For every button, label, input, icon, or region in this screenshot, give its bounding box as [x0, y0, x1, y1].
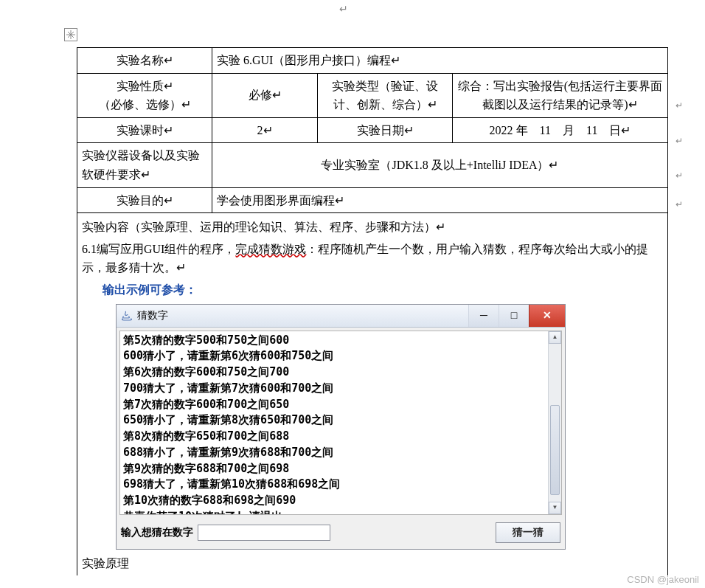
bottom-bar: 输入想猜在数字 猜一猜	[117, 518, 565, 549]
minimize-button[interactable]: ─	[468, 305, 499, 327]
anchor-icon[interactable]	[64, 28, 77, 41]
output-line: 第7次猜的数字600和700之间650	[123, 397, 558, 413]
text-underlined: 完成猜数游戏	[235, 243, 306, 255]
margin-mark: ↵	[676, 199, 683, 210]
output-line: 650猜小了，请重新第8次猜650和700之间	[123, 412, 558, 429]
window-title: 猜数字	[137, 307, 168, 323]
scroll-thumb[interactable]	[550, 405, 560, 495]
table-row: 实验性质↵ （必修、选修）↵ 必修↵ 实验类型（验证、设计、创新、综合）↵ 综合…	[77, 73, 668, 117]
output-line: 第10次猜的数字688和698之间690	[123, 493, 558, 509]
content-heading: 实验内容（实验原理、运用的理论知识、算法、程序、步骤和方法）↵	[82, 216, 663, 238]
value-required: 必修↵	[212, 73, 318, 117]
watermark: CSDN @jakeonil	[627, 574, 699, 585]
label-hours: 实验课时↵	[77, 117, 212, 143]
label-date: 实验日期↵	[318, 117, 453, 143]
output-line: 第9次猜的数字688和700之间698	[123, 461, 558, 477]
titlebar[interactable]: 猜数字 ─ □ ✕	[117, 305, 565, 328]
output-line: 第5次猜的数字500和750之间600	[123, 333, 558, 349]
output-line: 第8次猜的数字650和700之间688	[123, 429, 558, 445]
value-purpose: 学会使用图形界面编程↵	[212, 187, 668, 213]
table-row: 实验目的↵ 学会使用图形界面编程↵	[77, 187, 668, 213]
value-equipment: 专业实验室（JDK1.8 及以上+IntelliJ IDEA）↵	[212, 143, 668, 187]
close-button[interactable]: ✕	[529, 305, 565, 327]
paragraph-mark: ↵	[339, 3, 348, 15]
scroll-down-button[interactable]: ▼	[549, 502, 561, 514]
table-row: 实验名称↵ 实验 6.GUI（图形用户接口）编程↵	[77, 48, 668, 74]
output-line: 698猜大了，请重新第10次猜688和698之间	[123, 477, 558, 493]
output-textarea[interactable]: 第5次猜的数字500和750之间600 600猜小了，请重新第6次猜600和75…	[119, 331, 562, 515]
margin-mark: ↵	[676, 136, 683, 147]
java-icon	[121, 310, 133, 322]
output-lines: 第5次猜的数字500和750之间600 600猜小了，请重新第6次猜600和75…	[120, 331, 561, 515]
text: 6.1编写应用GUI组件的程序，	[82, 243, 235, 255]
value-date: 2022 年 11 月 11 日↵	[453, 117, 668, 143]
cutoff-text: 实验原理	[82, 554, 663, 573]
label-purpose: 实验目的↵	[77, 187, 212, 213]
text: 实验性质↵	[82, 77, 207, 96]
guess-input[interactable]	[198, 525, 330, 541]
output-line: 600猜小了，请重新第6次猜600和750之间	[123, 348, 558, 364]
output-line: 688猜小了，请重新第9次猜688和700之间	[123, 445, 558, 461]
input-label: 输入想猜在数字	[121, 524, 193, 540]
margin-mark: ↵	[676, 100, 683, 111]
experiment-table: 实验名称↵ 实验 6.GUI（图形用户接口）编程↵ 实验性质↵ （必修、选修）↵…	[77, 47, 668, 575]
output-line: 第6次猜的数字600和750之间700	[123, 364, 558, 381]
value-comprehensive: 综合：写出实验报告(包括运行主要界面截图以及运行结果的记录等)↵	[453, 73, 668, 117]
label-type: 实验类型（验证、设计、创新、综合）↵	[318, 73, 453, 117]
scrollbar[interactable]: ▲ ▼	[548, 331, 561, 514]
maximize-button[interactable]: □	[499, 305, 529, 327]
value-hours: 2↵	[212, 117, 318, 143]
label-equipment: 实验仪器设备以及实验软硬件要求↵	[77, 143, 212, 187]
table-row-content: 实验内容（实验原理、运用的理论知识、算法、程序、步骤和方法）↵ 6.1编写应用G…	[77, 213, 668, 575]
text: （必修、选修）↵	[82, 95, 207, 114]
output-line: 恭喜你花了10次猜对了!,请退出	[123, 509, 558, 515]
table-row: 实验仪器设备以及实验软硬件要求↵ 专业实验室（JDK1.8 及以上+Intell…	[77, 143, 668, 187]
example-label: 输出示例可参考：	[103, 283, 197, 296]
scroll-up-button[interactable]: ▲	[549, 331, 561, 344]
label-nature: 实验性质↵ （必修、选修）↵	[77, 73, 212, 117]
margin-mark: ↵	[676, 170, 683, 181]
guess-button[interactable]: 猜一猜	[496, 522, 560, 543]
label-name: 实验名称↵	[77, 48, 212, 74]
content-body: 6.1编写应用GUI组件的程序，完成猜数游戏：程序随机产生一个数，用户输入猜数，…	[82, 238, 663, 279]
output-line: 700猜大了，请重新第7次猜600和700之间	[123, 381, 558, 397]
table-row: 实验课时↵ 2↵ 实验日期↵ 2022 年 11 月 11 日↵	[77, 117, 668, 143]
value-name: 实验 6.GUI（图形用户接口）编程↵	[212, 48, 668, 74]
screenshot-window: 猜数字 ─ □ ✕ 第5次猜的数字500和750之间600 600猜小了，请重新…	[116, 304, 566, 550]
